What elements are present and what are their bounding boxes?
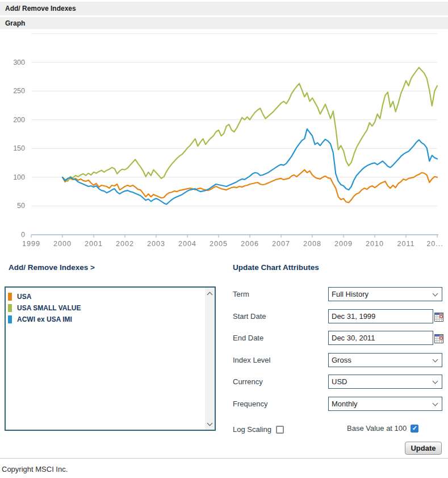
section-header-label: Graph [5,19,25,27]
index-performance-chart: 0501001502002503001999200020012002200320… [0,29,448,254]
index-color-swatch [8,315,12,323]
chart-svg: 0501001502002503001999200020012002200320… [0,29,448,254]
form-row-frequency: FrequencyMonthly [233,397,443,412]
currency-selected-value: USD [329,377,433,386]
index-item-label: ACWI ex USA IMI [17,315,72,323]
x-axis-label: 2010 [366,240,384,248]
x-axis-label: 2006 [241,240,259,248]
x-axis-label: 1999 [22,240,40,248]
section-header-label: Add/ Remove Indexes [5,5,76,13]
index-listbox[interactable]: USAUSA SMALL VALUEACWI ex USA IMI [5,286,216,431]
currency-select[interactable]: USD [328,375,442,389]
calendar-icon[interactable] [434,334,443,343]
log-scaling-label: Log Scaling [233,425,271,434]
x-axis-label: 2008 [303,240,321,248]
log-scaling-row: Log Scaling [233,425,284,434]
frequency-select[interactable]: Monthly [328,397,442,411]
x-axis-label: 2001 [85,240,103,248]
x-axis-label: 20... [426,240,443,248]
y-axis-label: 50 [17,202,25,210]
series-line-usa-small-value [62,68,437,181]
page: Add/ Remove Indexes Graph 05010015020025… [0,0,448,478]
calendar-icon[interactable] [434,313,443,322]
add-remove-indexes-link[interactable]: Add/ Remove Indexes > [9,263,95,272]
currency-label: Currency [233,377,263,386]
base-value-label: Base Value at 100 [347,424,407,433]
index-items: USAUSA SMALL VALUEACWI ex USA IMI [6,291,215,325]
section-header-graph[interactable]: Graph [0,17,448,29]
end-date-input[interactable] [328,331,433,345]
index-level-selected-value: Gross [329,356,433,364]
term-select[interactable]: Full History [328,287,442,301]
base-value-row: Base Value at 100 ✓ [347,424,418,433]
x-axis-label: 2000 [53,240,72,248]
frequency-label: Frequency [233,400,267,408]
x-axis-label: 2002 [116,240,134,248]
log-scaling-checkbox[interactable] [276,426,284,434]
form-row-end-date: End Date [233,331,443,346]
index-item[interactable]: USA [8,291,215,302]
x-axis-label: 2011 [397,240,415,248]
y-axis-label: 0 [21,231,25,239]
y-axis-label: 200 [13,116,25,124]
end-date-label: End Date [233,334,263,342]
series-line-usa [62,170,437,203]
series-line-acwi-ex-usa-imi [62,129,437,205]
form-row-index-level: Index LevelGross [233,353,443,368]
index-item-label: USA [17,293,31,301]
copyright-text: Copyright MSCI Inc. [2,465,68,473]
y-axis-label: 100 [13,173,25,181]
chevron-down-icon [433,378,438,384]
x-axis-label: 2009 [334,240,353,248]
term-label: Term [233,290,249,298]
scroll-up-icon[interactable] [205,289,215,298]
form-row-start-date: Start Date [233,309,443,324]
x-axis-label: 2003 [147,240,165,248]
base-value-checkbox[interactable]: ✓ [411,425,418,433]
update-button[interactable]: Update [405,442,442,455]
index-color-swatch [8,293,12,301]
start-date-label: Start Date [233,312,266,321]
start-date-input[interactable] [328,309,433,323]
y-axis-label: 150 [13,144,25,152]
scroll-down-icon[interactable] [205,419,215,429]
listbox-scrollbar[interactable] [205,288,215,430]
form-row-term: TermFull History [233,287,443,302]
term-selected-value: Full History [329,290,433,298]
chevron-down-icon [433,290,438,296]
index-color-swatch [8,304,12,312]
x-axis-label: 2004 [178,240,196,248]
index-item[interactable]: ACWI ex USA IMI [8,314,215,325]
chevron-down-icon [433,400,438,406]
chevron-down-icon [433,356,438,362]
index-item[interactable]: USA SMALL VALUE [8,302,215,313]
x-axis-label: 2007 [272,240,290,248]
update-chart-attributes-heading: Update Chart Attributes [233,263,319,272]
index-level-label: Index Level [233,356,271,364]
x-axis-label: 2005 [210,240,228,248]
bottom-divider [0,458,448,459]
form-row-currency: CurrencyUSD [233,375,443,389]
frequency-selected-value: Monthly [329,400,433,408]
index-level-select[interactable]: Gross [328,353,442,367]
y-axis-label: 300 [13,59,25,66]
section-header-add-remove-indexes[interactable]: Add/ Remove Indexes [0,2,448,15]
index-item-label: USA SMALL VALUE [17,304,81,312]
y-axis-label: 250 [13,87,25,95]
